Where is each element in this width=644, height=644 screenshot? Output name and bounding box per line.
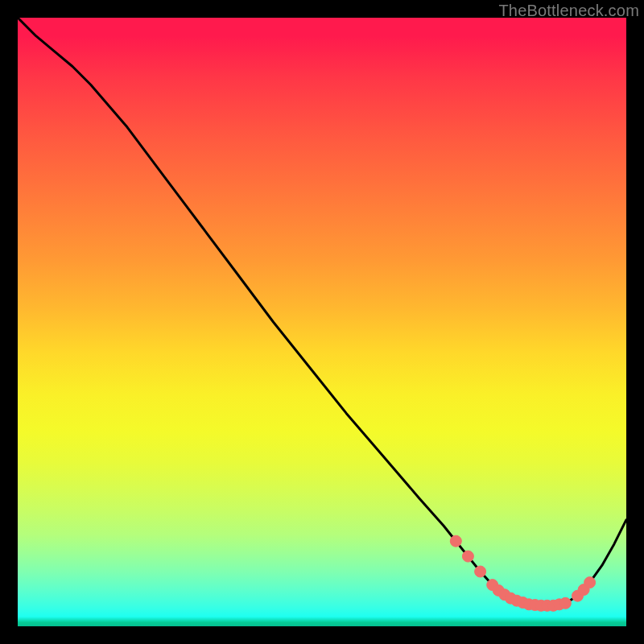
bottleneck-curve <box>18 18 626 605</box>
plot-area <box>18 18 626 626</box>
chart-stage: TheBottleneck.com <box>0 0 644 644</box>
curve-svg <box>18 18 626 626</box>
plateau-marker <box>462 551 473 562</box>
plateau-marker <box>450 535 461 547</box>
plateau-marker <box>559 597 571 609</box>
plateau-marker <box>584 577 596 588</box>
plateau-markers <box>450 535 595 611</box>
plateau-marker <box>475 566 486 577</box>
